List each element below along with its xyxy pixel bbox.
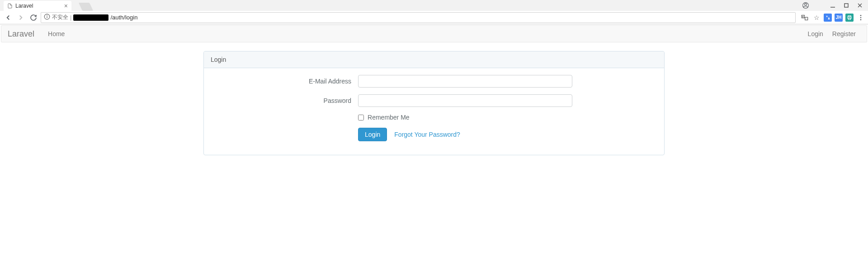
email-field[interactable] (358, 75, 572, 88)
maximize-window-icon[interactable] (840, 1, 853, 10)
svg-rect-3 (844, 4, 848, 7)
extension-jh-icon[interactable]: JH (835, 14, 843, 22)
url-path: /auth/login (110, 14, 137, 21)
url-redacted (73, 14, 108, 21)
email-row: E-Mail Address (211, 75, 657, 88)
svg-point-8 (47, 15, 47, 16)
forgot-password-link[interactable]: Forgot Your Password? (389, 128, 466, 141)
browser-tab-strip: Laravel × (0, 0, 868, 11)
password-label: Password (211, 97, 358, 104)
chrome-menu-icon[interactable] (856, 13, 865, 22)
page-container: Login E-Mail Address Password Remember M… (176, 42, 692, 164)
login-panel: Login E-Mail Address Password Remember M… (203, 51, 665, 155)
translate-icon[interactable] (800, 13, 809, 22)
actions-row: Login Forgot Your Password? (211, 128, 657, 141)
svg-point-14 (860, 15, 862, 16)
tab-title: Laravel (15, 3, 33, 9)
svg-point-15 (860, 17, 862, 18)
nav-login[interactable]: Login (803, 30, 828, 37)
security-label: 不安全 (52, 14, 68, 21)
remember-checkbox[interactable] (358, 115, 364, 120)
extension-translate-icon[interactable] (824, 14, 832, 22)
info-icon (44, 14, 50, 21)
browser-tab[interactable]: Laravel × (4, 1, 71, 11)
panel-heading: Login (204, 51, 664, 68)
email-label: E-Mail Address (211, 78, 358, 85)
svg-point-16 (860, 19, 862, 20)
nav-register[interactable]: Register (828, 30, 860, 37)
reload-button[interactable] (28, 12, 39, 23)
browser-toolbar: 不安全 | /auth/login ☆ JH (0, 11, 868, 24)
svg-point-0 (805, 3, 807, 5)
app-navbar: Laravel Home Login Register (1, 25, 867, 42)
login-button[interactable]: Login (358, 128, 387, 141)
minimize-window-icon[interactable] (826, 1, 839, 10)
extension-printer-icon[interactable] (845, 14, 854, 22)
new-tab-button[interactable] (79, 3, 93, 11)
address-bar[interactable]: 不安全 | /auth/login (41, 12, 796, 23)
password-field[interactable] (358, 94, 572, 107)
back-button[interactable] (3, 12, 14, 23)
page-icon (7, 3, 13, 9)
profile-icon[interactable] (799, 1, 812, 10)
close-window-icon[interactable] (854, 1, 866, 10)
panel-body: E-Mail Address Password Remember Me (204, 68, 664, 155)
svg-rect-10 (805, 17, 808, 20)
forward-button[interactable] (15, 12, 26, 23)
remember-row: Remember Me (211, 114, 657, 121)
close-tab-icon[interactable]: × (64, 2, 68, 9)
bookmark-star-icon[interactable]: ☆ (812, 13, 821, 22)
navbar-brand[interactable]: Laravel (8, 29, 34, 39)
remember-label: Remember Me (368, 114, 410, 121)
password-row: Password (211, 94, 657, 107)
nav-home[interactable]: Home (43, 30, 69, 37)
